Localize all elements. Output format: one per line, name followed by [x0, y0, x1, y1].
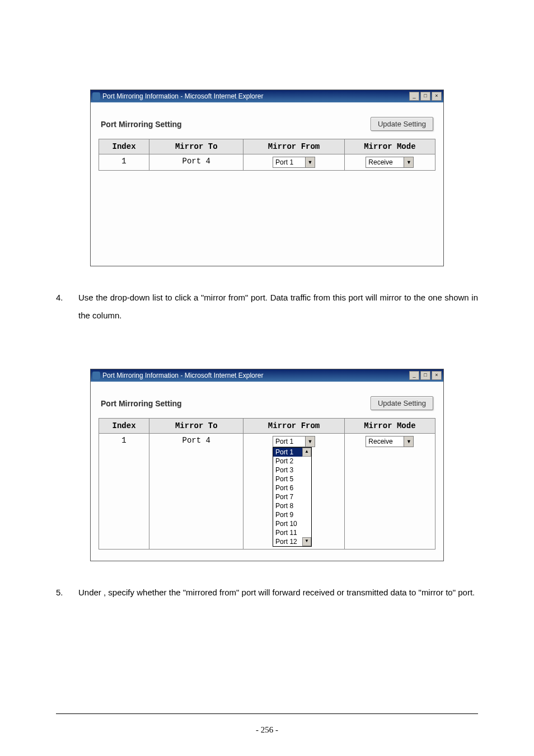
mirror-from-select[interactable]: Port 1 ▼ [273, 157, 315, 168]
chevron-down-icon: ▼ [404, 157, 413, 167]
mirror-from-value: Port 1 [275, 158, 293, 166]
dropdown-option[interactable]: Port 7 [273, 492, 311, 501]
window-title: Port Mirroring Information - Microsoft I… [102, 92, 263, 100]
mirror-mode-value: Receive [368, 438, 392, 445]
col-mirror-to: Mirror To [149, 419, 243, 434]
ie-icon [92, 92, 100, 100]
col-index: Index [99, 419, 149, 434]
update-setting-button[interactable]: Update Setting [371, 396, 433, 410]
col-mirror-from: Mirror From [243, 139, 344, 154]
mirror-from-select[interactable]: Port 1 ▼ [273, 436, 315, 447]
step-paragraph: Under , specify whether the "mirrored fr… [78, 584, 478, 602]
window-title: Port Mirroring Information - Microsoft I… [102, 372, 263, 379]
ie-icon [92, 372, 100, 379]
minimize-button[interactable]: _ [409, 92, 419, 101]
mirror-mode-select[interactable]: Receive ▼ [366, 157, 414, 168]
page-title: Port Mirroring Setting [101, 399, 182, 408]
dropdown-option[interactable]: Port 8 [273, 501, 311, 510]
col-mirror-mode: Mirror Mode [344, 139, 435, 154]
mirror-from-dropdown[interactable]: ▲ Port 1 Port 2 Port 3 Port 5 Port 6 Por… [273, 447, 312, 547]
table-row: 1 Port 4 Port 1 ▼ Receive ▼ [99, 154, 435, 171]
col-index: Index [99, 139, 149, 154]
step-paragraph: Use the drop-down list to click a "mirro… [78, 289, 478, 324]
mirror-table: Index Mirror To Mirror From Mirror Mode … [99, 139, 435, 171]
dropdown-option[interactable]: Port 5 [273, 475, 311, 483]
close-button[interactable]: × [432, 371, 442, 380]
update-setting-button[interactable]: Update Setting [371, 117, 433, 131]
col-mirror-from: Mirror From [243, 419, 344, 434]
step-5-text: 5. Under , specify whether the "mirrored… [56, 584, 478, 602]
mirror-table: Index Mirror To Mirror From Mirror Mode … [99, 418, 435, 550]
step-4-text: 4. Use the drop-down list to click a "mi… [56, 289, 478, 324]
window-titlebar: Port Mirroring Information - Microsoft I… [91, 90, 443, 102]
table-row: 1 Port 4 Port 1 ▼ ▲ Port 1 Port 2 [99, 434, 435, 550]
minimize-button[interactable]: _ [409, 371, 419, 380]
cell-mirror-to: Port 4 [149, 434, 243, 550]
chevron-down-icon: ▼ [305, 436, 315, 447]
page-title: Port Mirroring Setting [101, 120, 182, 129]
maximize-button[interactable]: □ [420, 92, 430, 101]
mirror-mode-value: Receive [368, 158, 392, 166]
cell-index: 1 [99, 434, 149, 550]
screenshot-1: Port Mirroring Information - Microsoft I… [90, 90, 444, 266]
window-titlebar: Port Mirroring Information - Microsoft I… [91, 369, 443, 382]
dropdown-option[interactable]: Port 9 [273, 510, 311, 519]
chevron-down-icon: ▼ [305, 157, 315, 167]
cell-mirror-to: Port 4 [149, 154, 243, 171]
step-number: 4. [56, 289, 67, 324]
chevron-down-icon: ▼ [404, 436, 413, 447]
screenshot-2: Port Mirroring Information - Microsoft I… [90, 369, 444, 561]
mirror-from-value: Port 1 [275, 438, 293, 445]
dropdown-option[interactable]: Port 11 [273, 528, 311, 537]
close-button[interactable]: × [432, 92, 442, 101]
col-mirror-mode: Mirror Mode [344, 419, 435, 434]
scroll-down-icon[interactable]: ▼ [302, 537, 311, 546]
cell-index: 1 [99, 154, 149, 171]
dropdown-option[interactable]: Port 6 [273, 483, 311, 492]
dropdown-option[interactable]: Port 2 [273, 457, 311, 466]
page-number: - 256 - [256, 725, 278, 734]
page-footer: - 256 - [56, 713, 478, 735]
step-number: 5. [56, 584, 67, 602]
dropdown-option[interactable]: Port 10 [273, 519, 311, 528]
scroll-up-icon[interactable]: ▲ [302, 448, 311, 457]
mirror-mode-select[interactable]: Receive ▼ [366, 436, 414, 447]
maximize-button[interactable]: □ [420, 371, 430, 380]
dropdown-option[interactable]: Port 3 [273, 466, 311, 475]
col-mirror-to: Mirror To [149, 139, 243, 154]
